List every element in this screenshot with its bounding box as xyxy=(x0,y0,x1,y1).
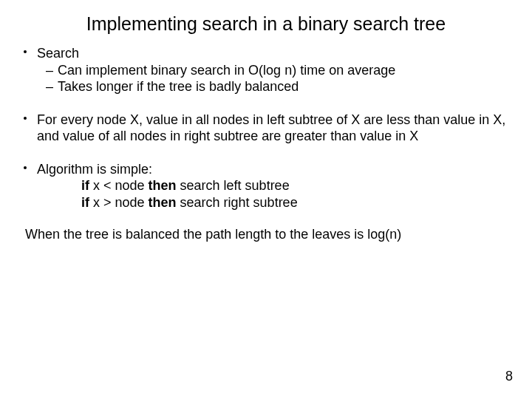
bullet-invariant-text: For every node X, value in all nodes in … xyxy=(37,112,505,144)
kw-then: then xyxy=(149,195,177,210)
sub-bullet-2-text: Takes longer if the tree is badly balanc… xyxy=(58,79,299,94)
sub-bullet-2: – Takes longer if the tree is badly bala… xyxy=(37,78,511,95)
sub-bullet-1-text: Can implement binary search in O(log n) … xyxy=(58,63,395,78)
bullet-algorithm: Algorithm is simple: if x < node then se… xyxy=(21,161,511,211)
bullet-algorithm-title: Algorithm is simple: xyxy=(37,161,511,178)
bullet-search-title: Search xyxy=(37,45,511,62)
dash-icon: – xyxy=(46,78,53,95)
bullet-dot-icon xyxy=(24,166,27,169)
slide-title: Implementing search in a binary search t… xyxy=(21,13,511,35)
bullet-search: Search – Can implement binary search in … xyxy=(21,45,511,95)
closing-remark: When the tree is balanced the path lengt… xyxy=(21,227,511,242)
algo-cond-1: x < node xyxy=(89,178,149,193)
algo-cond-2: x > node xyxy=(89,195,149,210)
slide-body: Search – Can implement binary search in … xyxy=(21,45,511,211)
kw-if: if xyxy=(81,178,89,193)
dash-icon: – xyxy=(46,62,53,79)
kw-then: then xyxy=(149,178,177,193)
algo-act-1: search left subtree xyxy=(177,178,290,193)
bullet-dot-icon xyxy=(24,50,27,53)
bullet-invariant: For every node X, value in all nodes in … xyxy=(21,112,511,145)
kw-if: if xyxy=(81,195,89,210)
sub-bullet-1: – Can implement binary search in O(log n… xyxy=(37,62,511,79)
algo-line-2: if x > node then search right subtree xyxy=(37,194,511,211)
algo-line-1: if x < node then search left subtree xyxy=(37,177,511,194)
page-number: 8 xyxy=(505,369,513,384)
algo-act-2: search right subtree xyxy=(177,195,298,210)
slide: Implementing search in a binary search t… xyxy=(0,0,532,399)
bullet-dot-icon xyxy=(24,117,27,120)
